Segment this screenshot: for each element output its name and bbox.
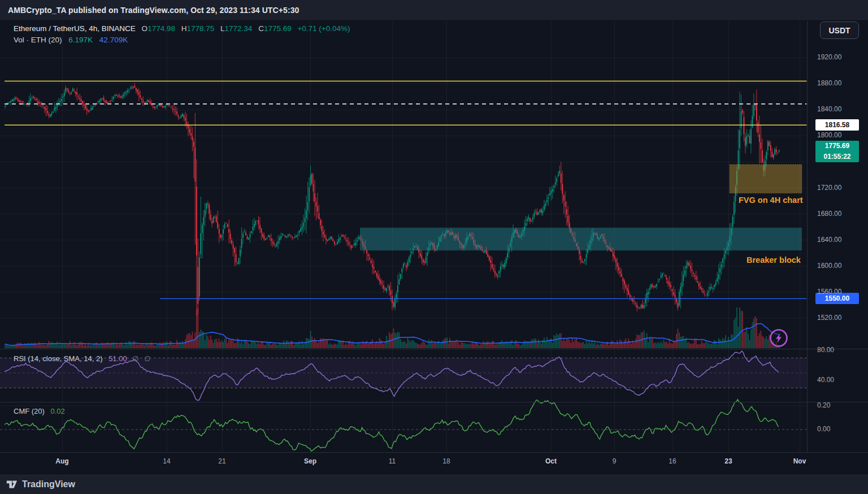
change-value: +0.71 (+0.04%) bbox=[297, 24, 350, 33]
time-tick-label: 9 bbox=[597, 457, 631, 465]
symbol-legend-row[interactable]: Ethereum / TetherUS, 4h, BINANCE O1774.9… bbox=[14, 23, 350, 34]
cmf-tick-label: 0.20 bbox=[817, 401, 830, 409]
high-value: 1778.75 bbox=[186, 24, 214, 33]
price-tick-label: 1720.00 bbox=[817, 184, 841, 192]
cmf-indicator-label[interactable]: CMF (20) bbox=[14, 407, 45, 415]
rsi-empty-value-2: ∅ bbox=[144, 354, 150, 363]
close-value: 1775.69 bbox=[264, 24, 292, 33]
low-label: L bbox=[220, 24, 225, 33]
tradingview-logo-icon bbox=[6, 478, 18, 491]
high-label: H bbox=[181, 24, 187, 33]
time-tick-label: 11 bbox=[375, 457, 409, 465]
candle-countdown: 01:55:22 bbox=[815, 151, 859, 162]
breaker-annotation-label[interactable]: Breaker block bbox=[747, 255, 801, 265]
volume-indicator-label[interactable]: Vol · ETH (20) bbox=[14, 36, 62, 44]
rsi-legend-row[interactable]: RSI (14, close, SMA, 14, 2) 51.00 ∅ ∅ bbox=[14, 354, 151, 363]
volume-value: 6.197K bbox=[68, 36, 93, 44]
rsi-value: 51.00 bbox=[108, 354, 127, 363]
rsi-tick-label: 80.00 bbox=[817, 346, 834, 354]
rsi-tick-label: 40.00 bbox=[817, 376, 834, 384]
open-label: O bbox=[142, 24, 148, 33]
volume-ma-value: 42.709K bbox=[99, 36, 128, 44]
cmf-value: 0.02 bbox=[51, 407, 65, 415]
fvg-annotation-label[interactable]: FVG on 4H chart bbox=[739, 196, 803, 205]
price-tick-label: 1600.00 bbox=[817, 262, 841, 270]
open-value: 1774.98 bbox=[147, 24, 175, 33]
rsi-empty-value-1: ∅ bbox=[132, 354, 138, 363]
price-tick-label: 1680.00 bbox=[817, 210, 841, 218]
time-tick-label: 21 bbox=[205, 457, 239, 465]
time-tick-label: Oct bbox=[534, 457, 568, 465]
time-tick-label: 23 bbox=[711, 457, 745, 465]
price-tick-label: 1520.00 bbox=[817, 314, 841, 322]
flash-idea-icon[interactable] bbox=[771, 330, 787, 346]
cmf-tick-label: 0.00 bbox=[817, 425, 830, 433]
price-tick-label: 1920.00 bbox=[817, 53, 841, 61]
time-tick-label: 16 bbox=[656, 457, 689, 465]
time-tick-label: Sep bbox=[293, 457, 327, 465]
cmf-legend-row[interactable]: CMF (20) 0.02 bbox=[14, 407, 65, 415]
time-tick-label: 18 bbox=[429, 457, 463, 465]
price-tick-label: 1640.00 bbox=[817, 236, 841, 244]
time-tick-label: 14 bbox=[150, 457, 184, 465]
rsi-indicator-label[interactable]: RSI (14, close, SMA, 14, 2) bbox=[14, 354, 103, 363]
last-price-value: 1775.69 bbox=[815, 141, 859, 151]
currency-toggle-button[interactable]: USDT bbox=[820, 21, 859, 39]
volume-legend-row[interactable]: Vol · ETH (20) 6.197K 42.709K bbox=[14, 34, 350, 46]
price-tick-label: 1800.00 bbox=[817, 131, 841, 139]
tradingview-brand[interactable]: TradingView bbox=[6, 478, 75, 491]
chart-canvas[interactable] bbox=[0, 0, 868, 494]
published-header-bar: AMBCrypto_TA published on TradingView.co… bbox=[0, 0, 868, 21]
resistance-price-label: 1816.58 bbox=[815, 119, 859, 131]
footer-bar: TradingView bbox=[0, 474, 868, 494]
price-tick-label: 1560.00 bbox=[817, 288, 841, 296]
price-tick-label: 1880.00 bbox=[817, 79, 841, 87]
close-label: C bbox=[258, 24, 264, 33]
tradingview-published-chart: AMBCrypto_TA published on TradingView.co… bbox=[0, 0, 868, 494]
published-attribution: AMBCrypto_TA published on TradingView.co… bbox=[8, 6, 299, 15]
chart-legend: Ethereum / TetherUS, 4h, BINANCE O1774.9… bbox=[14, 23, 350, 46]
symbol-title[interactable]: Ethereum / TetherUS, 4h, BINANCE bbox=[14, 24, 136, 33]
last-price-label: 1775.69 01:55:22 bbox=[815, 141, 859, 162]
price-tick-label: 1840.00 bbox=[817, 105, 841, 113]
tradingview-brand-text: TradingView bbox=[22, 479, 75, 489]
time-tick-label: Nov bbox=[783, 457, 817, 465]
low-value: 1772.34 bbox=[225, 24, 253, 33]
time-tick-label: Aug bbox=[45, 457, 79, 465]
